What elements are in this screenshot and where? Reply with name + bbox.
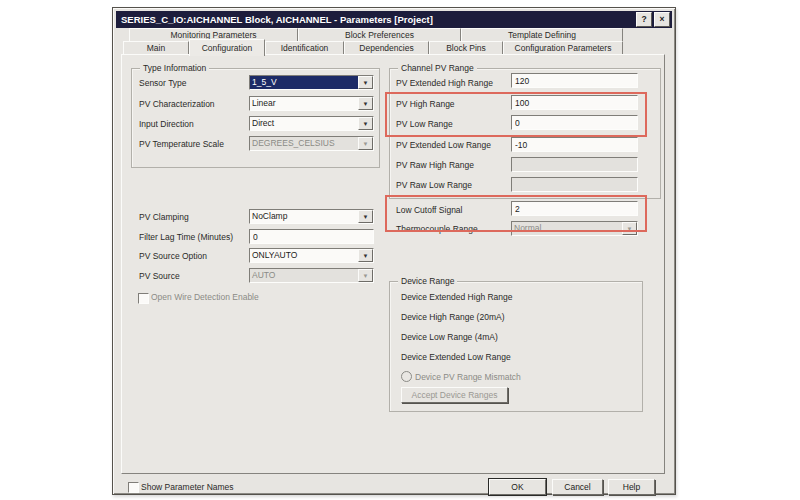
pv-low-range-label: PV Low Range bbox=[396, 119, 453, 129]
pv-high-range-label: PV High Range bbox=[396, 99, 455, 109]
device-extended-low-range-label: Device Extended Low Range bbox=[401, 352, 511, 362]
pv-characterization-value: Linear bbox=[250, 97, 358, 110]
dropdown-arrow-icon: ▼ bbox=[358, 269, 373, 282]
type-information-title: Type Information bbox=[140, 63, 209, 73]
device-pv-range-mismatch-radio bbox=[401, 371, 412, 382]
open-wire-detection-label: Open Wire Detection Enable bbox=[151, 292, 259, 302]
input-direction-label: Input Direction bbox=[139, 119, 194, 129]
tab-configuration[interactable]: Configuration bbox=[189, 39, 265, 56]
pv-low-range-input[interactable] bbox=[511, 115, 638, 130]
pv-extended-low-range-label: PV Extended Low Range bbox=[396, 140, 491, 150]
device-range-title: Device Range bbox=[398, 276, 457, 286]
sensor-type-label: Sensor Type bbox=[139, 78, 187, 88]
tab-row-lower: Main Configuration Identification Depend… bbox=[123, 41, 623, 55]
low-cutoff-signal-label: Low Cutoff Signal bbox=[396, 205, 462, 215]
pv-raw-low-range-label: PV Raw Low Range bbox=[396, 180, 472, 190]
pv-extended-high-range-label: PV Extended High Range bbox=[396, 78, 493, 88]
tab-configuration-parameters[interactable]: Configuration Parameters bbox=[503, 41, 623, 55]
device-high-range-label: Device High Range (20mA) bbox=[401, 312, 504, 322]
pv-source-option-select[interactable]: ONLYAUTO ▼ bbox=[249, 248, 374, 263]
accept-device-ranges-button: Accept Device Ranges bbox=[401, 387, 508, 403]
pv-source-label: PV Source bbox=[139, 271, 180, 281]
input-direction-select[interactable]: Direct ▼ bbox=[249, 116, 374, 131]
tab-block-preferences[interactable]: Block Preferences bbox=[298, 28, 461, 42]
dropdown-arrow-icon[interactable]: ▼ bbox=[358, 210, 373, 223]
sensor-type-value: 1_5_V bbox=[250, 76, 358, 89]
pv-raw-low-range-input bbox=[511, 177, 638, 192]
pv-clamping-select[interactable]: NoClamp ▼ bbox=[249, 209, 374, 224]
title-bar[interactable]: SERIES_C_IO:AICHANNEL Block, AICHANNEL -… bbox=[116, 11, 672, 28]
parameters-dialog: SERIES_C_IO:AICHANNEL Block, AICHANNEL -… bbox=[112, 7, 676, 495]
dropdown-arrow-icon: ▼ bbox=[358, 137, 373, 150]
device-low-range-label: Device Low Range (4mA) bbox=[401, 332, 498, 342]
dropdown-arrow-icon: ▼ bbox=[622, 222, 637, 235]
pv-raw-high-range-input bbox=[511, 157, 638, 172]
filter-lag-time-input[interactable] bbox=[249, 229, 374, 244]
low-cutoff-signal-input[interactable] bbox=[511, 201, 638, 216]
tab-block-pins[interactable]: Block Pins bbox=[429, 41, 503, 55]
pv-characterization-select[interactable]: Linear ▼ bbox=[249, 96, 374, 111]
dropdown-arrow-icon[interactable]: ▼ bbox=[358, 97, 373, 110]
pv-high-range-input[interactable] bbox=[511, 95, 638, 110]
cancel-button[interactable]: Cancel bbox=[552, 479, 603, 495]
pv-temperature-scale-select: DEGREES_CELSIUS ▼ bbox=[249, 136, 374, 151]
input-direction-value: Direct bbox=[250, 117, 358, 130]
window-title: SERIES_C_IO:AICHANNEL Block, AICHANNEL -… bbox=[121, 14, 433, 25]
pv-temperature-scale-label: PV Temperature Scale bbox=[139, 139, 224, 149]
pv-source-option-value: ONLYAUTO bbox=[250, 249, 358, 262]
pv-source-select: AUTO ▼ bbox=[249, 268, 374, 283]
dropdown-arrow-icon[interactable]: ▼ bbox=[358, 76, 373, 89]
help-icon[interactable]: ? bbox=[636, 12, 652, 27]
pv-raw-high-range-label: PV Raw High Range bbox=[396, 160, 474, 170]
pv-characterization-label: PV Characterization bbox=[139, 99, 215, 109]
channel-pv-range-title: Channel PV Range bbox=[398, 63, 477, 73]
help-button[interactable]: Help bbox=[608, 479, 655, 495]
dropdown-arrow-icon[interactable]: ▼ bbox=[358, 117, 373, 130]
device-pv-range-mismatch-label: Device PV Range Mismatch bbox=[415, 372, 521, 382]
tab-main[interactable]: Main bbox=[123, 41, 189, 55]
pv-clamping-value: NoClamp bbox=[250, 210, 358, 223]
open-wire-detection-checkbox bbox=[138, 293, 149, 304]
tab-template-defining[interactable]: Template Defining bbox=[461, 28, 623, 42]
thermocouple-range-label: Thermocouple Range bbox=[396, 224, 478, 234]
pv-source-option-label: PV Source Option bbox=[139, 251, 207, 261]
tab-dependencies[interactable]: Dependencies bbox=[344, 41, 429, 55]
pv-extended-low-range-input[interactable] bbox=[511, 137, 638, 152]
tab-identification[interactable]: Identification bbox=[265, 41, 344, 55]
sensor-type-select[interactable]: 1_5_V ▼ bbox=[249, 75, 374, 90]
pv-temperature-scale-value: DEGREES_CELSIUS bbox=[250, 137, 358, 150]
filter-lag-time-label: Filter Lag Time (Minutes) bbox=[139, 232, 233, 242]
device-extended-high-range-label: Device Extended High Range bbox=[401, 292, 513, 302]
dropdown-arrow-icon[interactable]: ▼ bbox=[358, 249, 373, 262]
pv-extended-high-range-input[interactable] bbox=[511, 73, 638, 88]
pv-clamping-label: PV Clamping bbox=[139, 212, 189, 222]
show-parameter-names-checkbox[interactable] bbox=[128, 482, 139, 493]
close-icon[interactable]: × bbox=[654, 12, 670, 27]
thermocouple-range-value: Normal bbox=[512, 222, 622, 235]
thermocouple-range-select: Normal ▼ bbox=[511, 221, 638, 236]
show-parameter-names-label: Show Parameter Names bbox=[141, 482, 234, 492]
pv-source-value: AUTO bbox=[250, 269, 358, 282]
ok-button[interactable]: OK bbox=[489, 479, 546, 495]
